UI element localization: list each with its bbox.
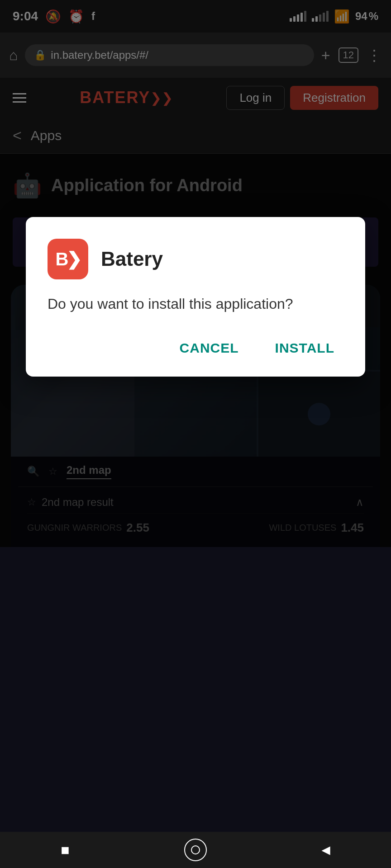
back-arrow-icon: ◄	[319, 842, 333, 859]
install-dialog: B❯ Batery Do you want to install this ap…	[26, 217, 365, 377]
dialog-app-name: Batery	[101, 248, 163, 270]
cancel-button[interactable]: CANCEL	[171, 336, 248, 360]
nav-home-button[interactable]	[182, 836, 209, 863]
install-button[interactable]: INSTALL	[266, 336, 343, 360]
dialog-actions: CANCEL INSTALL	[48, 336, 343, 360]
stop-icon: ■	[61, 842, 69, 859]
app-icon: B❯	[48, 239, 88, 279]
dialog-question: Do you want to install this application?	[48, 294, 343, 314]
nav-back-button[interactable]: ◄	[312, 836, 339, 863]
dialog-header: B❯ Batery	[48, 239, 343, 279]
overlay: B❯ Batery Do you want to install this ap…	[0, 0, 391, 835]
nav-stop-button[interactable]: ■	[52, 836, 79, 863]
bottom-nav: ■ ◄	[0, 832, 391, 868]
home-circle-icon	[184, 839, 207, 861]
